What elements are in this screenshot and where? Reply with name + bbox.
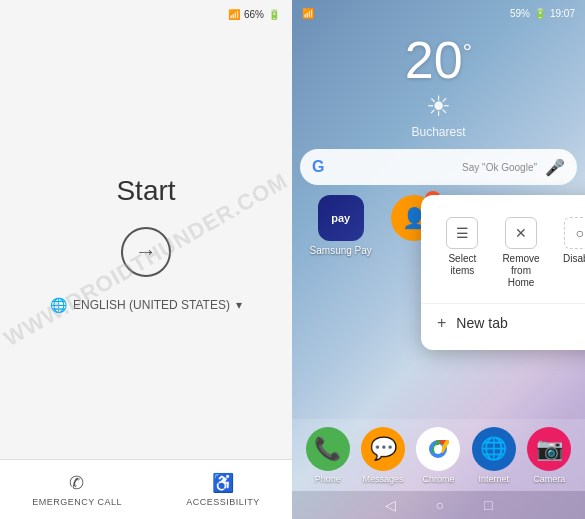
remove-label: Remove from Home (502, 253, 541, 289)
plus-icon: + (437, 314, 446, 332)
context-menu: ☰ Select items ✕ Remove from Home ○ Disa… (421, 195, 585, 350)
city-label: Bucharest (292, 125, 585, 139)
accessibility-label: ACCESSIBILITY (186, 497, 260, 507)
signal-icon: 📶 (228, 9, 240, 20)
accessibility-icon: ♿ (212, 472, 235, 494)
left-bottom-bar: ✆ EMERGENCY CALL ♿ ACCESSIBILITY (0, 459, 292, 519)
dock-messages[interactable]: 💬 Messages (361, 427, 405, 484)
select-items-icon: ☰ (446, 217, 478, 249)
battery-icon: 🔋 (268, 9, 280, 20)
context-menu-wrapper: 👤 2 ☰ Select items ✕ Remove from Home ○ (391, 195, 437, 241)
phone-icon: ✆ (69, 472, 85, 494)
language-label: ENGLISH (UNITED STATES) (73, 298, 230, 312)
search-placeholder: Say "Ok Google" (462, 162, 537, 173)
battery-text: 66% (244, 9, 264, 20)
phone-dock-icon: 📞 (306, 427, 350, 471)
disable-button[interactable]: ○ Disable (550, 211, 585, 295)
right-signal-icon: 📶 (302, 8, 314, 19)
emergency-label: EMERGENCY CALL (32, 497, 122, 507)
dock-internet[interactable]: 🌐 Internet (472, 427, 516, 484)
right-status-bar: 📶 59% 🔋 19:07 (292, 0, 585, 26)
chrome-dock-icon (416, 427, 460, 471)
left-status-icons: 📶 66% 🔋 (228, 9, 280, 20)
dock-chrome[interactable]: Chrome (416, 427, 460, 484)
app-samsung-pay[interactable]: pay Samsung Pay (310, 195, 372, 256)
disable-label: Disable (563, 253, 585, 265)
start-arrow-button[interactable]: → (121, 227, 171, 277)
context-menu-actions: ☰ Select items ✕ Remove from Home ○ Disa… (421, 203, 585, 304)
dock-camera[interactable]: 📷 Camera (527, 427, 571, 484)
messages-dock-icon: 💬 (361, 427, 405, 471)
right-battery-icon: 🔋 (534, 8, 546, 19)
right-status-right: 59% 🔋 19:07 (510, 8, 575, 19)
disable-icon: ○ (564, 217, 585, 249)
internet-dock-icon: 🌐 (472, 427, 516, 471)
bottom-dock: 📞 Phone 💬 Messages Chrome 🌐 Inter (292, 419, 585, 491)
samsung-pay-icon: pay (318, 195, 364, 241)
right-time: 19:07 (550, 8, 575, 19)
home-button[interactable]: ○ (436, 497, 444, 513)
right-nav-bar: ◁ ○ □ (292, 491, 585, 519)
weather-icon: ☀ (292, 90, 585, 123)
app-area: pay Samsung Pay 👤 2 ☰ Select items (292, 191, 585, 419)
right-battery-text: 59% (510, 8, 530, 19)
select-items-label: Select items (443, 253, 482, 277)
degree-symbol: ° (463, 38, 473, 65)
camera-dock-icon: 📷 (527, 427, 571, 471)
google-logo: G (312, 158, 454, 176)
accessibility-button[interactable]: ♿ ACCESSIBILITY (186, 472, 260, 507)
phone-dock-label: Phone (315, 474, 341, 484)
dropdown-arrow-icon: ▾ (236, 298, 242, 312)
arrow-icon: → (135, 239, 157, 265)
back-button[interactable]: ◁ (385, 497, 396, 513)
temperature-value: 20° (405, 31, 472, 89)
weather-display: 20° (292, 34, 585, 86)
right-phone: 📶 59% 🔋 19:07 20° ☀ Bucharest G Say "Ok … (292, 0, 585, 519)
samsung-pay-label: Samsung Pay (310, 245, 372, 256)
internet-dock-label: Internet (479, 474, 510, 484)
select-items-button[interactable]: ☰ Select items (433, 211, 492, 295)
chrome-dock-label: Chrome (422, 474, 454, 484)
mic-icon[interactable]: 🎤 (545, 158, 565, 177)
recents-button[interactable]: □ (484, 497, 492, 513)
left-main-content: Start → 🌐 ENGLISH (UNITED STATES) ▾ (50, 28, 242, 459)
left-phone: 📶 66% 🔋 Start → 🌐 ENGLISH (UNITED STATES… (0, 0, 292, 519)
svg-point-2 (434, 445, 442, 453)
camera-dock-label: Camera (533, 474, 565, 484)
new-tab-label: New tab (456, 315, 507, 331)
globe-icon: 🌐 (50, 297, 67, 313)
search-bar[interactable]: G Say "Ok Google" 🎤 (300, 149, 577, 185)
left-status-bar: 📶 66% 🔋 (0, 0, 292, 28)
emergency-call-button[interactable]: ✆ EMERGENCY CALL (32, 472, 122, 507)
remove-from-home-button[interactable]: ✕ Remove from Home (492, 211, 551, 295)
right-status-left: 📶 (302, 8, 314, 19)
messages-dock-label: Messages (363, 474, 404, 484)
dock-phone[interactable]: 📞 Phone (306, 427, 350, 484)
language-selector[interactable]: 🌐 ENGLISH (UNITED STATES) ▾ (50, 297, 242, 313)
start-label: Start (116, 175, 175, 207)
new-tab-row[interactable]: + New tab (421, 304, 585, 342)
remove-icon: ✕ (505, 217, 537, 249)
